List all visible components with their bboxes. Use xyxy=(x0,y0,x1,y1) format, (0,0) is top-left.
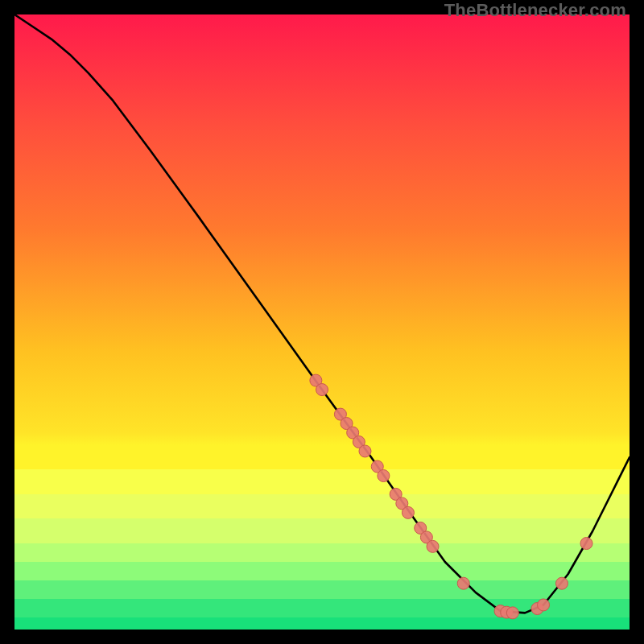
data-marker xyxy=(378,470,390,482)
data-marker xyxy=(359,445,371,457)
data-marker xyxy=(457,577,469,589)
plot-area xyxy=(14,14,630,630)
data-marker xyxy=(427,540,439,552)
data-marker xyxy=(506,607,518,619)
data-marker xyxy=(538,599,550,611)
chart-svg xyxy=(14,14,630,630)
watermark-text: TheBottlenecker.com xyxy=(444,0,626,21)
data-marker xyxy=(580,538,592,550)
chart-frame: TheBottlenecker.com xyxy=(0,0,644,644)
data-marker xyxy=(316,384,328,396)
data-marker xyxy=(555,577,568,589)
gradient-background xyxy=(14,14,630,630)
data-marker xyxy=(402,506,414,518)
